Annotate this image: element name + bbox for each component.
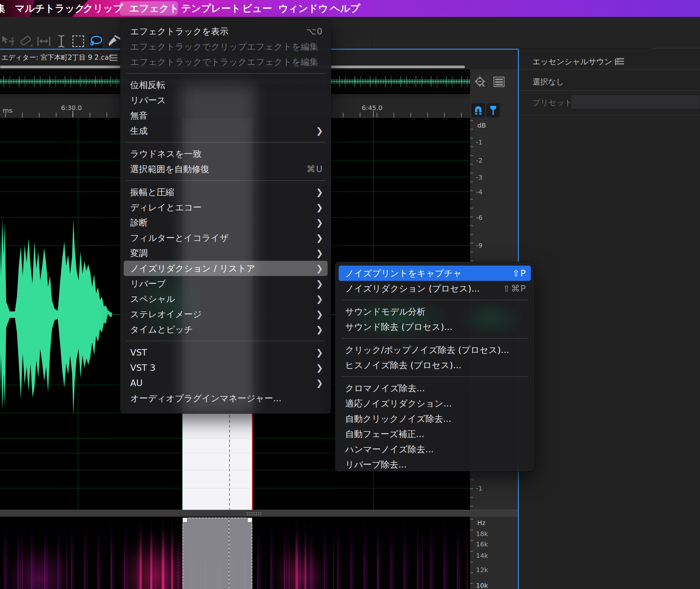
menu-separator <box>126 341 325 341</box>
submenu-item[interactable]: クリック/ポップノイズ除去 (プロセス)... <box>335 342 534 358</box>
move-tool-button[interactable] <box>1 34 16 49</box>
menu-separator <box>341 376 528 377</box>
snap-toggle-button[interactable] <box>471 103 485 118</box>
menu-item[interactable]: AU❯ <box>121 375 331 391</box>
db-tick: -1 <box>476 484 482 492</box>
submenu-item[interactable]: ハンマーノイズ除去... <box>335 442 534 457</box>
track-list-button[interactable] <box>493 76 504 88</box>
audition-app-window: デフォルト ビデオ用のオーディオを編集 ラジオ制作 » エディター: 宮下本町2… <box>0 0 700 589</box>
menu-window[interactable]: ウィンドウ <box>278 0 328 17</box>
submenu-item[interactable]: サウンド除去 (プロセス)... <box>335 319 534 335</box>
db-tick: -3 <box>476 173 482 181</box>
menu-separator <box>341 300 528 301</box>
selection-handle[interactable] <box>183 518 187 523</box>
submenu-item[interactable]: ノイズリダクション (プロセス)...⇧⌘P <box>335 281 534 296</box>
submenu-item[interactable]: リバーブ除去... <box>335 457 534 471</box>
submenu-item[interactable]: 自動クリックノイズ除去... <box>335 411 534 426</box>
marker-button[interactable] <box>486 103 500 118</box>
spectral-selection[interactable] <box>183 518 252 589</box>
menu-item[interactable]: 生成❯ <box>121 123 331 138</box>
menu-item[interactable]: スペシャル❯ <box>121 291 331 307</box>
menu-item[interactable]: エフェクトラックでクリップエフェクトを編集 <box>121 39 331 54</box>
magnet-snap-icon <box>473 106 483 115</box>
ibeam-icon <box>57 34 65 48</box>
spectral-frequency-display[interactable] <box>0 517 470 589</box>
paintbrush-tool-button[interactable] <box>106 34 122 49</box>
db-tick: -2 <box>476 157 482 164</box>
menu-item[interactable]: 無音 <box>121 108 331 123</box>
zoom-navigate-icon <box>473 75 488 89</box>
menu-item[interactable]: VST 3❯ <box>121 360 331 375</box>
menu-template[interactable]: テンプレート <box>181 0 241 17</box>
menu-clip[interactable]: クリップ <box>83 0 123 17</box>
menu-item[interactable]: 診断❯ <box>121 215 331 230</box>
menu-item[interactable]: リバーブ❯ <box>121 276 331 291</box>
submenu-item[interactable]: クロマノイズ除去... <box>335 381 534 396</box>
time-selection-tool-button[interactable] <box>54 34 69 49</box>
selection-handle[interactable] <box>247 518 252 523</box>
menu-view[interactable]: ビュー <box>242 0 272 17</box>
menu-help[interactable]: ヘルプ <box>330 0 360 17</box>
menu-separator <box>126 73 325 74</box>
hamburger-icon <box>616 58 624 65</box>
menu-item[interactable]: ディレイとエコー❯ <box>121 200 331 215</box>
freq-scale-unit: Hz <box>477 519 486 527</box>
submenu-arrow-icon: ❯ <box>316 126 323 136</box>
slip-tool-button[interactable] <box>36 34 51 49</box>
selection-playhead-line <box>229 518 229 589</box>
marker-pin-icon <box>490 105 497 116</box>
lasso-selection-tool-button[interactable] <box>88 34 103 49</box>
menu-item[interactable]: エフェクトラックでトラックエフェクトを編集 <box>121 54 331 69</box>
menu-item[interactable]: エフェクトラックを表示⌥0 <box>121 24 331 39</box>
db-tick: -1 <box>476 138 482 146</box>
razor-tool-button[interactable] <box>18 34 33 49</box>
divider-grip[interactable] <box>246 512 262 515</box>
hamburger-icon <box>110 54 118 61</box>
freq-tick: 14k <box>476 552 488 560</box>
menu-multitrack[interactable]: マルチトラック <box>15 0 85 17</box>
menu-item[interactable]: リバース <box>121 92 331 108</box>
track-list-icon <box>493 76 504 87</box>
noise-reduction-submenu: ノイズプリントをキャプチャ⇧P ノイズリダクション (プロセス)...⇧⌘P サ… <box>335 262 534 471</box>
submenu-item[interactable]: 適応ノイズリダクション... <box>335 396 534 411</box>
speech-waveform <box>0 213 112 416</box>
brush-icon <box>107 34 121 48</box>
submenu-arrow-icon: ❯ <box>316 203 323 212</box>
essential-sound-menu-button[interactable] <box>616 58 624 66</box>
menu-partial[interactable]: 集 <box>0 0 5 17</box>
lasso-icon <box>89 35 102 47</box>
marquee-selection-tool-button[interactable] <box>71 34 86 49</box>
submenu-item[interactable]: ヒスノイズ除去 (プロセス)... <box>335 358 534 373</box>
menu-item[interactable]: タイムとピッチ❯ <box>121 322 331 337</box>
menu-effects[interactable]: エフェクト <box>129 0 179 17</box>
menu-item[interactable]: 位相反転 <box>121 77 331 92</box>
menu-item[interactable]: ステレオイメージ❯ <box>121 307 331 322</box>
ruler-tick-label: 6:45.0 <box>362 104 383 112</box>
menu-separator <box>126 142 325 143</box>
menu-bar: 集 マルチトラック クリップ エフェクト テンプレート ビュー ウィンドウ ヘル… <box>0 0 700 17</box>
marquee-icon <box>72 35 84 47</box>
menu-item[interactable]: フィルターとイコライザ❯ <box>121 230 331 245</box>
menu-item-noise-reduction-restore[interactable]: ノイズリダクション / リストア❯ <box>124 261 327 276</box>
menu-item[interactable]: 変調❯ <box>121 245 331 261</box>
submenu-arrow-icon: ❯ <box>316 378 323 388</box>
submenu-item-capture-noise-print[interactable]: ノイズプリントをキャプチャ⇧P <box>338 265 531 281</box>
freq-tick: 18k <box>476 530 488 538</box>
editor-tab[interactable]: エディター: 宮下本町2丁目 9 2.caf <box>1 53 111 62</box>
ruler-tick-label: 6:30.0 <box>61 104 82 112</box>
zoom-navigate-button[interactable] <box>473 75 488 91</box>
menu-item[interactable]: VST❯ <box>121 345 331 360</box>
menu-item[interactable]: 選択範囲を自動修復⌘U <box>121 161 331 177</box>
freq-tick: 12k <box>476 566 488 574</box>
submenu-arrow-icon: ❯ <box>316 325 323 335</box>
menu-separator <box>126 180 325 181</box>
menu-item[interactable]: ラウドネスを一致 <box>121 146 331 161</box>
submenu-item[interactable]: 自動フェーズ補正... <box>335 426 534 442</box>
submenu-item[interactable]: サウンドモデル分析 <box>335 304 534 319</box>
editor-panel-menu-button[interactable] <box>110 54 118 63</box>
ruler-unit-label: ms <box>3 107 12 114</box>
menu-item[interactable]: 振幅と圧縮❯ <box>121 184 331 200</box>
preset-input[interactable] <box>571 95 700 109</box>
submenu-arrow-icon: ❯ <box>316 187 323 197</box>
menu-item[interactable]: オーディオプラグインマネージャー... <box>121 391 331 406</box>
